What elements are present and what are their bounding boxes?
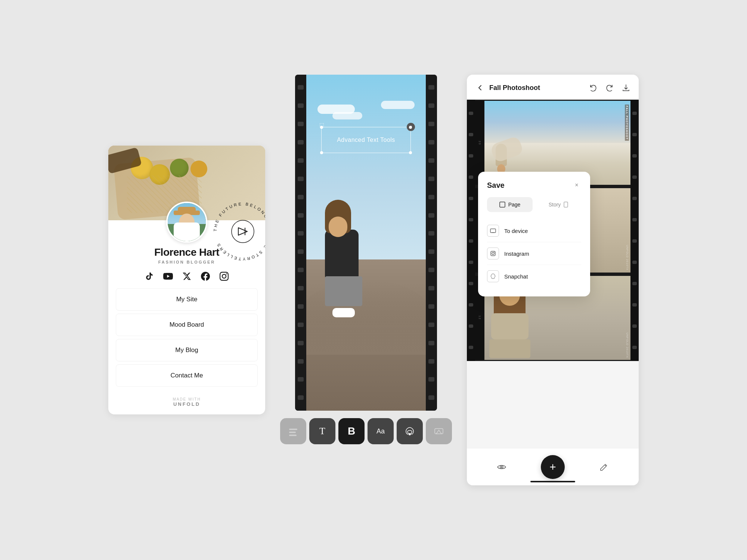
- nav-contact-me[interactable]: Contact Me: [116, 364, 258, 387]
- save-tab-page-label: Page: [508, 202, 521, 208]
- add-button[interactable]: +: [541, 455, 565, 479]
- circular-badge: THE FUTURE BELONGS TO THE STORYTELLERS: [209, 198, 265, 265]
- perf: [632, 154, 637, 158]
- unfold-label-2: UNFOLD 2010TX: [626, 333, 629, 358]
- perf: [298, 323, 304, 327]
- svg-rect-10: [491, 251, 495, 256]
- perf: [298, 103, 304, 108]
- perf: [428, 85, 434, 90]
- facebook-icon[interactable]: [200, 271, 211, 281]
- perf: [632, 197, 637, 200]
- perf: [428, 268, 434, 272]
- perf: [428, 359, 434, 364]
- left-ghost-tool[interactable]: [280, 418, 306, 444]
- svg-text:THE FUTURE BELONGS TO THE STOR: THE FUTURE BELONGS TO THE STORYTELLERS: [213, 202, 265, 261]
- social-icons: [144, 271, 229, 281]
- frame-num-3: 12: [478, 315, 481, 320]
- perf: [469, 324, 473, 328]
- twitter-icon[interactable]: [182, 271, 192, 281]
- perf: [298, 395, 304, 400]
- body: [174, 223, 200, 241]
- perf: [469, 303, 473, 307]
- fall-photoshoot-label: FALL PHOTOSHOOT: [625, 105, 629, 141]
- person-shoes: [332, 308, 355, 317]
- nav-my-blog[interactable]: My Blog: [116, 339, 258, 361]
- save-option-instagram[interactable]: Instagram: [487, 242, 581, 265]
- perf: [469, 175, 473, 179]
- film-perfs-left: [295, 75, 306, 411]
- perf: [469, 133, 473, 136]
- perf: [632, 303, 637, 307]
- perf: [428, 122, 434, 126]
- perf: [298, 158, 304, 163]
- save-option-device[interactable]: To device: [487, 220, 581, 242]
- project-panel: Fall Photoshoot: [467, 75, 639, 485]
- dialog-close-btn[interactable]: ×: [572, 181, 581, 190]
- profile-avatar: [166, 202, 207, 243]
- save-tab-page[interactable]: Page: [487, 197, 533, 212]
- perf: [298, 177, 304, 181]
- redo-button[interactable]: [604, 83, 615, 93]
- cloud-3: [381, 101, 415, 109]
- save-option-snapchat-label: Snapchat: [504, 273, 528, 280]
- fruit-4: [190, 161, 207, 177]
- perf: [298, 268, 304, 272]
- perf: [469, 154, 473, 158]
- save-tab-story[interactable]: Story: [536, 197, 581, 212]
- perf: [632, 324, 637, 328]
- made-with-section: MADE WITH UNFOLD: [173, 397, 201, 414]
- tiktok-icon[interactable]: [144, 271, 155, 281]
- font-tool-btn[interactable]: Aa: [368, 418, 394, 444]
- right-ghost-tool[interactable]: [426, 418, 452, 444]
- snapchat-icon: [487, 270, 499, 282]
- fruit-3: [170, 159, 189, 177]
- perf: [298, 140, 304, 144]
- color-tool-btn[interactable]: [397, 418, 423, 444]
- perf: [298, 341, 304, 345]
- svg-point-11: [492, 252, 494, 255]
- youtube-icon[interactable]: [163, 271, 173, 281]
- undo-button[interactable]: [588, 83, 598, 93]
- perf: [632, 133, 637, 136]
- font-tool-label: Aa: [376, 427, 385, 435]
- perf: [632, 112, 637, 115]
- save-tabs: Page Story: [487, 197, 581, 212]
- home-indicator: [530, 481, 575, 482]
- perf: [469, 239, 473, 243]
- right-perfs-left: [467, 100, 475, 361]
- perf: [428, 286, 434, 290]
- perf: [469, 112, 473, 115]
- cloud-2: [332, 112, 362, 119]
- person-legs: [325, 276, 362, 306]
- text-tools-bar: T B Aa: [280, 418, 452, 444]
- bold-tool-btn[interactable]: B: [338, 418, 365, 444]
- perf: [632, 239, 637, 243]
- made-with-brand: UNFOLD: [173, 401, 201, 407]
- perf: [632, 261, 637, 264]
- perf: [428, 249, 434, 254]
- text-tool-label: T: [319, 426, 325, 437]
- film-perfs-right: [426, 75, 437, 411]
- save-option-snapchat[interactable]: Snapchat: [487, 265, 581, 287]
- save-dialog-title: Save: [487, 181, 505, 190]
- text-tool-btn[interactable]: T: [309, 418, 335, 444]
- svg-rect-3: [289, 432, 296, 433]
- nav-mood-board[interactable]: Mood Board: [116, 314, 258, 336]
- perf: [632, 346, 637, 349]
- nav-my-site[interactable]: My Site: [116, 288, 258, 311]
- svg-rect-7: [500, 202, 505, 207]
- perf: [298, 249, 304, 254]
- add-icon: +: [549, 461, 556, 473]
- main-container: THE FUTURE BELONGS TO THE STORYTELLERS F…: [19, 37, 728, 523]
- perf: [298, 377, 304, 382]
- text-selection-box[interactable]: ⬚ × Advanced Text Tools: [321, 127, 411, 153]
- back-button[interactable]: [474, 82, 486, 93]
- edit-button[interactable]: [596, 459, 612, 475]
- instagram-icon[interactable]: [219, 271, 229, 281]
- project-header: Fall Photoshoot: [467, 75, 639, 100]
- eye-button[interactable]: [493, 459, 510, 475]
- perf: [428, 213, 434, 218]
- download-button[interactable]: [621, 83, 631, 93]
- film-photo: ⬚ × Advanced Text Tools: [306, 75, 426, 411]
- svg-point-12: [494, 252, 495, 253]
